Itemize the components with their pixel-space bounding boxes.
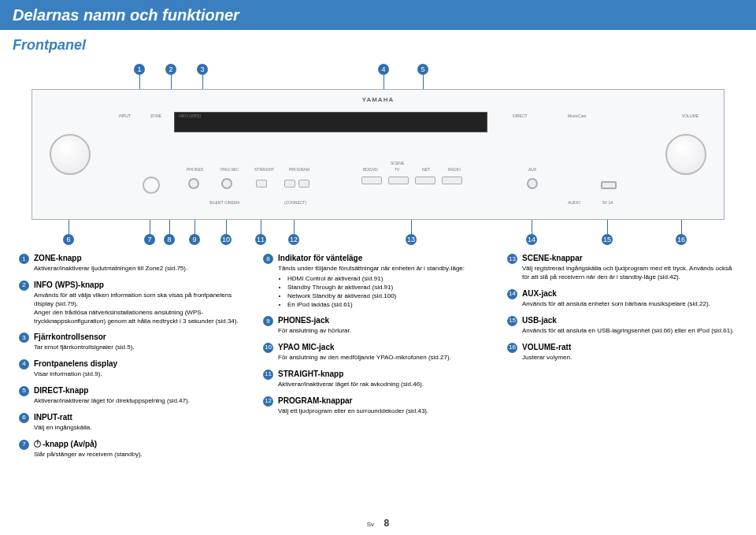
- desc-item-1: 1ZONE-knappAktiverar/inaktiverar ljudutm…: [19, 253, 249, 273]
- callout-2: 2: [165, 64, 176, 75]
- num-circle: 14: [507, 289, 517, 299]
- num-circle: 13: [507, 254, 517, 264]
- label-straight: STRAIGHT: [254, 167, 274, 173]
- callout-14: 14: [526, 234, 537, 245]
- item-desc: Tänds under följande förutsättningar när…: [278, 265, 493, 309]
- power-icon: [34, 440, 41, 448]
- col-2: 8Indikator för väntelägeTänds under följ…: [263, 253, 493, 465]
- desc-item-14: 14AUX-jackAnvänds för att ansluta enhete…: [507, 288, 737, 309]
- program-up: [298, 180, 309, 188]
- item-title: AUX-jack: [522, 288, 737, 299]
- item-desc: För anslutning av hörlurar.: [278, 327, 493, 336]
- label-ypao: YPAO MIC: [220, 167, 239, 173]
- item-title: Frontpanelens display: [34, 359, 249, 369]
- label-volume: VOLUME: [682, 113, 699, 119]
- item-desc: Visar information (sid.9).: [34, 370, 249, 379]
- label-bd: BD/DVD: [363, 167, 378, 173]
- callout-3: 3: [197, 64, 208, 75]
- desc-item-9: 9PHONES-jackFör anslutning av hörlurar.: [263, 315, 493, 336]
- aux-jack: [527, 178, 538, 189]
- desc-item-10: 10YPAO MIC-jackFör anslutning av den med…: [263, 342, 493, 362]
- scene-tv: [388, 176, 409, 184]
- section-title: Frontpanel: [0, 30, 756, 58]
- desc-item-6: 6INPUT-rattVälj en ingångskälla.: [19, 412, 249, 433]
- num-circle: 9: [263, 316, 273, 326]
- item-title: STRAIGHT-knapp: [278, 369, 493, 379]
- desc-item-5: 5DIRECT-knappAktiverar/inaktiverar läget…: [19, 385, 249, 406]
- desc-item-4: 4Frontpanelens displayVisar information …: [19, 359, 249, 379]
- item-desc: Aktiverar/inaktiverar ljudutmatningen ti…: [34, 265, 249, 273]
- scene-radio: [442, 176, 462, 184]
- program-dn: [284, 180, 295, 188]
- label-zone: ZONE: [150, 113, 161, 119]
- callout-1: 1: [134, 64, 145, 75]
- callout-7: 7: [144, 234, 155, 245]
- num-circle: 4: [19, 359, 29, 370]
- footer-page: 8: [384, 518, 390, 529]
- item-desc: För anslutning av den medföljande YPAO-m…: [278, 354, 493, 362]
- label-program: PROGRAM: [289, 167, 309, 173]
- num-circle: 16: [507, 343, 517, 353]
- item-desc: Tar emot fjärrkontrollsignaler (sid.5).: [34, 344, 249, 352]
- num-circle: 15: [507, 316, 517, 326]
- num-circle: 8: [263, 254, 273, 264]
- front-display: [174, 112, 487, 132]
- scene-bd: [361, 176, 382, 184]
- label-audio: AUDIO: [568, 200, 580, 206]
- item-title: DIRECT-knapp: [34, 385, 249, 396]
- label-phones: PHONES: [187, 167, 203, 173]
- callout-4: 4: [378, 64, 389, 75]
- num-circle: 3: [19, 333, 29, 343]
- item-title: YPAO MIC-jack: [278, 342, 493, 352]
- desc-item-15: 15USB-jackAnvänds för att ansluta en USB…: [507, 315, 737, 336]
- item-title: PROGRAM-knappar: [278, 396, 493, 406]
- item-desc: Aktiverar/inaktiverar läget för direktup…: [34, 397, 249, 406]
- item-desc: Används för att ansluta enheter som bärb…: [522, 300, 737, 309]
- usb-jack: [601, 181, 617, 189]
- num-circle: 2: [19, 281, 29, 291]
- label-net: NET: [422, 167, 430, 173]
- label-radio: RADIO: [448, 167, 461, 173]
- item-desc: Välj ett ljudprogram eller en surroundde…: [278, 407, 493, 416]
- input-knob: [50, 134, 91, 175]
- item-desc: Används för att ansluta en USB-lagringse…: [522, 327, 737, 336]
- callout-8: 8: [164, 234, 175, 245]
- item-desc: Välj registrerad ingångskälla och ljudpr…: [522, 265, 737, 282]
- label-dc5v: 5V 1A: [602, 200, 613, 206]
- label-connect: (CONNECT): [284, 200, 306, 206]
- num-circle: 12: [263, 396, 273, 407]
- page-title: Delarnas namn och funktioner: [0, 0, 756, 30]
- callout-12: 12: [288, 234, 299, 245]
- description-columns: 1ZONE-knappAktiverar/inaktiverar ljudutm…: [0, 253, 756, 465]
- item-title: USB-jack: [522, 315, 737, 325]
- item-desc: Välj en ingångskälla.: [34, 424, 249, 433]
- label-input: INPUT: [119, 113, 131, 119]
- num-circle: 5: [19, 386, 29, 396]
- item-desc: Justerar volymen.: [522, 354, 737, 362]
- callout-5: 5: [417, 64, 428, 75]
- desc-item-16: 16VOLUME-rattJusterar volymen.: [507, 342, 737, 362]
- callout-11: 11: [255, 234, 266, 245]
- callout-15: 15: [602, 234, 613, 245]
- label-silent: SILENT CINEMA: [209, 200, 239, 206]
- page-footer: Sv 8: [0, 518, 756, 530]
- num-circle: 10: [263, 343, 273, 353]
- item-title: Fjärrkontrollsensor: [34, 332, 249, 342]
- callout-6: 6: [63, 234, 74, 245]
- label-aux: AUX: [528, 167, 536, 173]
- straight-btn: [256, 180, 267, 188]
- volume-knob: [665, 134, 706, 175]
- power-button: [143, 176, 160, 194]
- desc-item-12: 12PROGRAM-knapparVälj ett ljudprogram el…: [263, 396, 493, 416]
- item-title: -knapp (Av/på): [34, 439, 249, 449]
- item-title: Indikator för vänteläge: [278, 253, 493, 263]
- num-circle: 11: [263, 370, 273, 380]
- callout-13: 13: [406, 234, 417, 245]
- item-desc: Slår på/stänger av receivern (standby).: [34, 451, 249, 459]
- scene-net: [415, 176, 435, 184]
- phones-jack: [188, 178, 199, 189]
- footer-lang: Sv: [367, 521, 374, 528]
- desc-item-3: 3FjärrkontrollsensorTar emot fjärrkontro…: [19, 332, 249, 352]
- label-direct: DIRECT: [513, 113, 528, 119]
- label-scene: SCENE: [391, 161, 404, 166]
